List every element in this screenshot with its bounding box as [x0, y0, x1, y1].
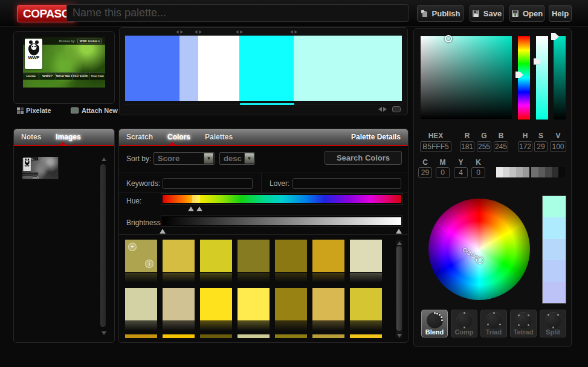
- harmony-blend-button[interactable]: Blend: [421, 310, 448, 337]
- saturation-value-square[interactable]: [421, 36, 512, 119]
- color-swatch[interactable]: [312, 288, 344, 321]
- help-button[interactable]: Help: [549, 5, 572, 22]
- wheel-blend-marker[interactable]: [476, 257, 483, 264]
- attach-new-button[interactable]: Attach New: [82, 107, 118, 114]
- color-swatch[interactable]: [200, 334, 232, 338]
- swap-arrows-icon[interactable]: [378, 107, 387, 112]
- segment-resize-handle[interactable]: [195, 30, 201, 34]
- s-field[interactable]: 29: [534, 141, 548, 152]
- color-swatch[interactable]: [275, 240, 307, 272]
- value-strip-handle[interactable]: [551, 33, 559, 40]
- suggested-color[interactable]: [543, 260, 566, 281]
- color-swatch[interactable]: [275, 288, 307, 321]
- hue-slider[interactable]: [161, 194, 402, 204]
- value-strip[interactable]: [554, 36, 566, 120]
- color-swatch[interactable]: [125, 288, 157, 321]
- h-field[interactable]: 172: [518, 141, 532, 152]
- color-swatch[interactable]: [125, 334, 157, 338]
- g-field[interactable]: 255: [477, 141, 491, 152]
- scroll-down-icon[interactable]: [102, 331, 106, 335]
- sort-order-select[interactable]: desc ▼: [219, 152, 255, 165]
- hue-handle-right[interactable]: [196, 206, 202, 211]
- harmony-split-button[interactable]: Split: [540, 310, 566, 337]
- images-scrollbar[interactable]: [100, 164, 106, 327]
- pixelate-button[interactable]: Pixelate: [26, 107, 51, 114]
- hex-field[interactable]: B5FFF5: [420, 141, 451, 152]
- color-swatch[interactable]: [350, 288, 382, 321]
- suggested-color[interactable]: [543, 282, 566, 303]
- k-field[interactable]: 0: [471, 167, 485, 178]
- suggested-color[interactable]: [543, 239, 566, 260]
- color-swatch[interactable]: [350, 240, 382, 272]
- brightness-handle-left[interactable]: [160, 229, 166, 234]
- color-swatch[interactable]: [312, 334, 344, 338]
- sort-field-select[interactable]: Score ▼: [153, 152, 215, 165]
- tab-palettes[interactable]: Palettes: [198, 133, 240, 141]
- hue-strip-handle[interactable]: [515, 71, 523, 78]
- suggested-color[interactable]: [543, 217, 566, 238]
- r-field[interactable]: 181: [460, 141, 474, 152]
- m-field[interactable]: 0: [436, 167, 450, 178]
- tab-colors[interactable]: Colors: [160, 133, 198, 141]
- harmony-tetrad-button[interactable]: Tetrad: [510, 310, 537, 337]
- v-field[interactable]: 100: [550, 141, 566, 152]
- color-swatch[interactable]: [275, 334, 307, 338]
- palette-name-input[interactable]: [66, 4, 409, 22]
- keywords-input[interactable]: [163, 178, 253, 189]
- attached-image-thumbnail[interactable]: Browse by: WWF Global ▾ WWF for a living…: [22, 157, 59, 181]
- tab-notes[interactable]: Notes: [14, 133, 48, 141]
- add-color-badge[interactable]: +: [128, 243, 137, 251]
- scroll-up-icon[interactable]: [102, 158, 106, 161]
- harmony-triad-button[interactable]: Triad: [480, 310, 507, 337]
- color-swatch[interactable]: [163, 334, 195, 338]
- scroll-down-icon[interactable]: [397, 334, 402, 337]
- color-swatch[interactable]: [163, 288, 195, 321]
- segment-resize-handle[interactable]: [176, 30, 183, 34]
- color-swatch[interactable]: [237, 240, 270, 272]
- hue-handle-left[interactable]: [188, 206, 194, 211]
- segment-resize-handle[interactable]: [290, 30, 297, 34]
- lover-input[interactable]: [292, 178, 401, 189]
- color-swatch[interactable]: [200, 240, 232, 272]
- color-swatch[interactable]: [163, 240, 195, 272]
- y-field[interactable]: 4: [454, 167, 468, 178]
- palette-color-4[interactable]: [294, 36, 402, 101]
- saturation-strip-handle[interactable]: [534, 58, 541, 65]
- harmony-comp-button[interactable]: Comp: [451, 310, 477, 337]
- b-field[interactable]: 245: [494, 141, 508, 152]
- palette-color-1[interactable]: [179, 36, 198, 101]
- source-image[interactable]: Browse by: WWF Global ▾ WWF for a living…: [23, 37, 105, 88]
- expand-strip-icon[interactable]: [392, 106, 401, 112]
- wheel-blend-marker[interactable]: [467, 251, 471, 255]
- palette-details-link[interactable]: Palette Details: [351, 133, 408, 141]
- save-button[interactable]: Save: [470, 5, 504, 22]
- color-swatch[interactable]: [350, 334, 382, 338]
- palette-color-3[interactable]: [239, 36, 294, 101]
- publish-button[interactable]: Publish: [417, 5, 464, 22]
- sv-marker[interactable]: [445, 35, 452, 42]
- brightness-handle-right[interactable]: [396, 229, 402, 234]
- search-colors-button[interactable]: Search Colors: [325, 151, 402, 165]
- tab-images[interactable]: Images: [48, 133, 88, 141]
- open-button[interactable]: Open: [509, 5, 544, 22]
- color-swatch[interactable]: [237, 288, 270, 321]
- palette-color-2[interactable]: [198, 36, 239, 101]
- color-wheel[interactable]: [428, 199, 530, 300]
- color-swatch[interactable]: [237, 334, 270, 338]
- hue-strip[interactable]: [518, 36, 530, 120]
- palette-color-0[interactable]: [125, 36, 179, 101]
- saturation-strip[interactable]: [536, 36, 548, 120]
- swatch-scrollbar[interactable]: [396, 246, 402, 331]
- scroll-up-icon[interactable]: [397, 241, 402, 245]
- color-swatch[interactable]: [200, 288, 232, 321]
- tab-scratch[interactable]: Scratch: [119, 133, 160, 141]
- segment-resize-handle[interactable]: [236, 30, 243, 34]
- color-swatch[interactable]: [312, 240, 344, 272]
- color-info-badge[interactable]: i: [145, 260, 153, 268]
- chevron-down-icon[interactable]: ▼: [204, 153, 213, 164]
- c-field[interactable]: 29: [418, 167, 432, 178]
- suggested-color[interactable]: [543, 196, 566, 217]
- chevron-down-icon[interactable]: ▼: [244, 153, 254, 164]
- color-swatch[interactable]: +i: [125, 240, 157, 272]
- brightness-slider[interactable]: [161, 216, 402, 226]
